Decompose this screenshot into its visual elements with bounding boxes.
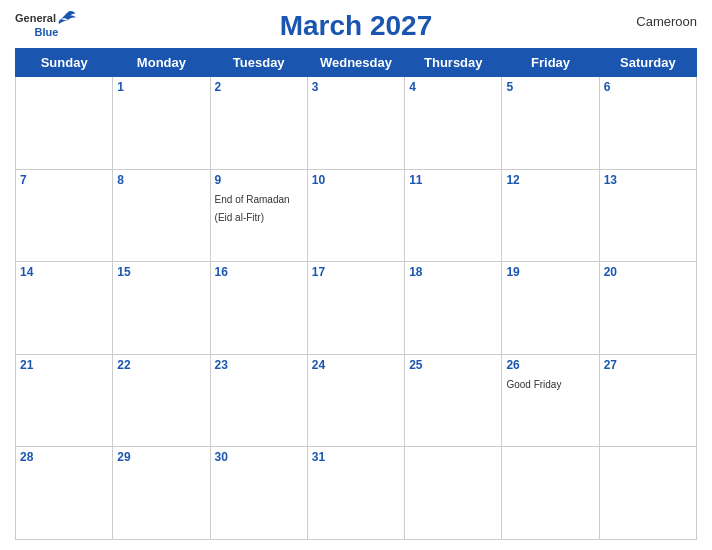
logo-bird-icon bbox=[58, 10, 78, 26]
day-number: 15 bbox=[117, 265, 205, 279]
day-number: 31 bbox=[312, 450, 400, 464]
day-number: 26 bbox=[506, 358, 594, 372]
calendar-cell bbox=[405, 447, 502, 540]
weekday-header-saturday: Saturday bbox=[599, 49, 696, 77]
week-row-2: 789End of Ramadan (Eid al-Fitr)10111213 bbox=[16, 169, 697, 262]
calendar-cell: 16 bbox=[210, 262, 307, 355]
calendar-cell: 18 bbox=[405, 262, 502, 355]
day-number: 7 bbox=[20, 173, 108, 187]
weekday-header-monday: Monday bbox=[113, 49, 210, 77]
calendar-cell: 13 bbox=[599, 169, 696, 262]
logo: General Blue bbox=[15, 10, 78, 38]
day-number: 3 bbox=[312, 80, 400, 94]
event-label: End of Ramadan (Eid al-Fitr) bbox=[215, 194, 290, 223]
calendar-cell bbox=[16, 77, 113, 170]
calendar-cell: 19 bbox=[502, 262, 599, 355]
day-number: 8 bbox=[117, 173, 205, 187]
day-number: 17 bbox=[312, 265, 400, 279]
day-number: 23 bbox=[215, 358, 303, 372]
page-title: March 2027 bbox=[280, 10, 433, 42]
week-row-1: 123456 bbox=[16, 77, 697, 170]
week-row-3: 14151617181920 bbox=[16, 262, 697, 355]
calendar-table: SundayMondayTuesdayWednesdayThursdayFrid… bbox=[15, 48, 697, 540]
calendar-cell: 27 bbox=[599, 354, 696, 447]
week-row-5: 28293031 bbox=[16, 447, 697, 540]
day-number: 13 bbox=[604, 173, 692, 187]
day-number: 5 bbox=[506, 80, 594, 94]
calendar-cell: 7 bbox=[16, 169, 113, 262]
day-number: 28 bbox=[20, 450, 108, 464]
day-number: 22 bbox=[117, 358, 205, 372]
day-number: 24 bbox=[312, 358, 400, 372]
weekday-header-tuesday: Tuesday bbox=[210, 49, 307, 77]
weekday-header-friday: Friday bbox=[502, 49, 599, 77]
week-row-4: 212223242526Good Friday27 bbox=[16, 354, 697, 447]
day-number: 14 bbox=[20, 265, 108, 279]
day-number: 1 bbox=[117, 80, 205, 94]
logo-general-text: General bbox=[15, 12, 56, 24]
weekday-header-thursday: Thursday bbox=[405, 49, 502, 77]
event-label: Good Friday bbox=[506, 379, 561, 390]
calendar-cell: 26Good Friday bbox=[502, 354, 599, 447]
calendar-cell: 4 bbox=[405, 77, 502, 170]
day-number: 11 bbox=[409, 173, 497, 187]
day-number: 30 bbox=[215, 450, 303, 464]
calendar-cell: 9End of Ramadan (Eid al-Fitr) bbox=[210, 169, 307, 262]
day-number: 21 bbox=[20, 358, 108, 372]
day-number: 9 bbox=[215, 173, 303, 187]
day-number: 20 bbox=[604, 265, 692, 279]
day-number: 27 bbox=[604, 358, 692, 372]
calendar-cell: 25 bbox=[405, 354, 502, 447]
calendar-cell: 12 bbox=[502, 169, 599, 262]
calendar-cell: 29 bbox=[113, 447, 210, 540]
calendar-cell: 31 bbox=[307, 447, 404, 540]
day-number: 10 bbox=[312, 173, 400, 187]
calendar-cell: 5 bbox=[502, 77, 599, 170]
weekday-header-wednesday: Wednesday bbox=[307, 49, 404, 77]
calendar-header: General Blue March 2027 Cameroon bbox=[15, 10, 697, 42]
day-number: 12 bbox=[506, 173, 594, 187]
country-label: Cameroon bbox=[636, 14, 697, 29]
day-number: 16 bbox=[215, 265, 303, 279]
calendar-cell: 24 bbox=[307, 354, 404, 447]
calendar-cell: 11 bbox=[405, 169, 502, 262]
day-number: 4 bbox=[409, 80, 497, 94]
day-number: 6 bbox=[604, 80, 692, 94]
weekday-header-row: SundayMondayTuesdayWednesdayThursdayFrid… bbox=[16, 49, 697, 77]
day-number: 2 bbox=[215, 80, 303, 94]
calendar-cell: 2 bbox=[210, 77, 307, 170]
calendar-cell bbox=[599, 447, 696, 540]
day-number: 29 bbox=[117, 450, 205, 464]
day-number: 18 bbox=[409, 265, 497, 279]
calendar-cell: 1 bbox=[113, 77, 210, 170]
calendar-cell: 23 bbox=[210, 354, 307, 447]
calendar-cell: 15 bbox=[113, 262, 210, 355]
logo-blue-text: Blue bbox=[35, 26, 59, 38]
weekday-header-sunday: Sunday bbox=[16, 49, 113, 77]
day-number: 19 bbox=[506, 265, 594, 279]
calendar-cell: 3 bbox=[307, 77, 404, 170]
calendar-cell: 21 bbox=[16, 354, 113, 447]
calendar-cell: 22 bbox=[113, 354, 210, 447]
calendar-cell: 17 bbox=[307, 262, 404, 355]
calendar-cell: 28 bbox=[16, 447, 113, 540]
calendar-cell: 14 bbox=[16, 262, 113, 355]
calendar-cell: 20 bbox=[599, 262, 696, 355]
calendar-cell: 8 bbox=[113, 169, 210, 262]
day-number: 25 bbox=[409, 358, 497, 372]
calendar-cell bbox=[502, 447, 599, 540]
calendar-cell: 30 bbox=[210, 447, 307, 540]
calendar-cell: 6 bbox=[599, 77, 696, 170]
calendar-cell: 10 bbox=[307, 169, 404, 262]
